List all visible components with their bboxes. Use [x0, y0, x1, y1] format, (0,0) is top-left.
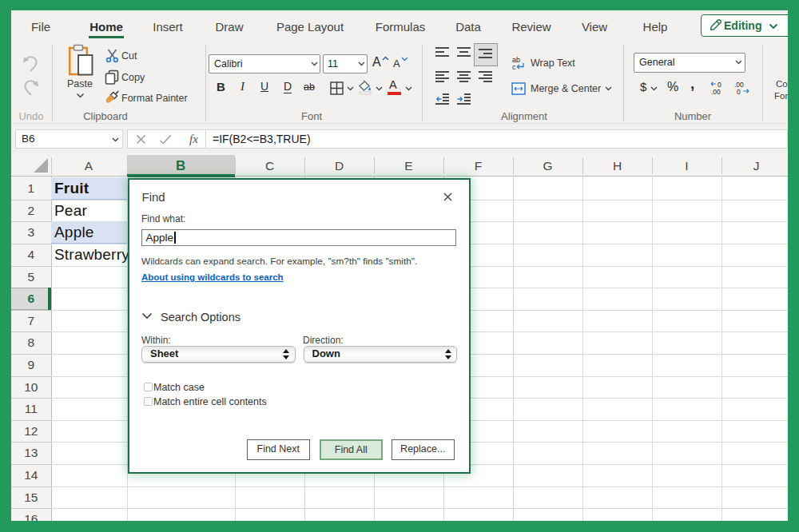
svg-text:0: 0 — [737, 88, 741, 96]
svg-text:c: c — [512, 63, 516, 70]
svg-text:.00: .00 — [711, 88, 721, 96]
